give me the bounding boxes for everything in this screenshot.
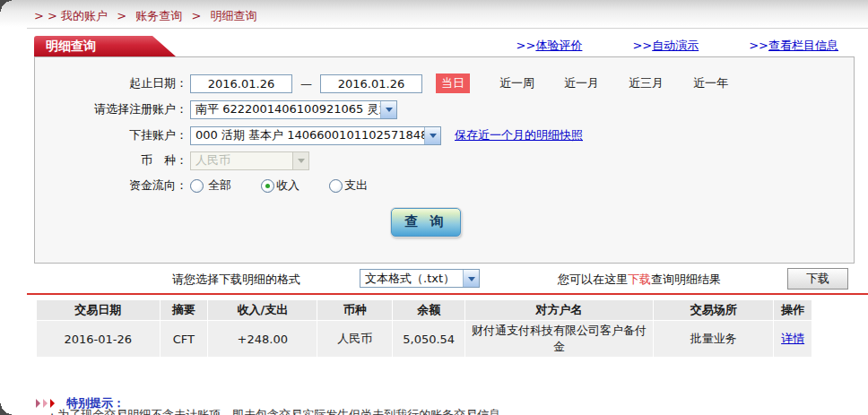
quick-range-week[interactable]: 近一周	[499, 75, 534, 91]
fund-flow-row: 资金流向： 全部 收入 支出	[35, 176, 854, 195]
breadcrumb-item-my-account[interactable]: 我的账户	[61, 9, 108, 22]
radio-icon[interactable]	[190, 179, 204, 193]
date-range-label: 起止日期：	[35, 75, 187, 91]
cell-balance: 5,050.54	[393, 321, 464, 357]
tab-detail-query[interactable]: 明细查询	[34, 36, 176, 56]
breadcrumb-separator: >	[191, 9, 201, 22]
cell-amount: +248.00	[208, 321, 317, 357]
radio-checked-icon[interactable]	[261, 179, 274, 193]
register-account-select[interactable]: 南平 6222001406100921065 灵通卡	[190, 100, 397, 119]
cell-venue: 批量业务	[654, 321, 773, 357]
start-date-input[interactable]	[190, 74, 292, 93]
col-header-summary: 摘要	[161, 300, 208, 320]
chevron-down-icon	[463, 270, 479, 287]
triangle-arrow-icon	[43, 399, 48, 408]
quick-range-year[interactable]: 近一年	[693, 75, 728, 91]
link-view-column-info[interactable]: >>查看栏目信息	[749, 38, 838, 54]
query-form-panel: 起止日期： — 当日 近一周 近一月 近三月 近一年 请选择注册账户： 南平 6…	[34, 56, 855, 264]
download-hint-highlight: 下载	[628, 272, 651, 286]
table-header-row: 交易日期 摘要 收入/支出 币种 余额 对方户名 交易场所 操作	[37, 300, 812, 320]
chevron-down-icon	[380, 101, 396, 118]
col-header-counterparty: 对方户名	[465, 300, 653, 320]
table-row: 2016-01-26 CFT +248.00 人民币 5,050.54 财付通支…	[37, 321, 812, 357]
col-header-amount: 收入/支出	[208, 300, 317, 320]
fund-flow-label: 资金流向：	[35, 177, 187, 194]
currency-row: 币 种： 人民币	[35, 151, 854, 170]
window-corner-bottom-left	[0, 403, 12, 415]
register-account-row: 请选择注册账户： 南平 6222001406100921065 灵通卡	[35, 99, 854, 119]
download-button[interactable]: 下载	[787, 268, 848, 290]
currency-select: 人民币	[190, 151, 309, 170]
breadcrumb-item-detail-query[interactable]: 明细查询	[210, 9, 256, 22]
currency-label: 币 种：	[35, 152, 187, 169]
cell-counterparty: 财付通支付科技有限公司客户备付金	[465, 321, 653, 357]
fund-flow-option-expense[interactable]: 支出	[329, 177, 368, 194]
window-corner-top-left	[0, 0, 12, 12]
col-header-date: 交易日期	[37, 300, 160, 320]
link-auto-demo[interactable]: >>自动演示	[632, 38, 699, 54]
breadcrumb-divider	[27, 28, 868, 29]
fund-flow-option-income[interactable]: 收入	[261, 177, 299, 194]
transaction-table: 交易日期 摘要 收入/支出 币种 余额 对方户名 交易场所 操作 2016-01…	[36, 299, 812, 358]
date-range-row: 起止日期： — 当日 近一周 近一月 近三月 近一年	[35, 73, 854, 93]
sub-account-label: 下挂账户：	[35, 127, 187, 143]
breadcrumb-prefix: > >	[34, 9, 57, 22]
col-header-venue: 交易场所	[654, 300, 773, 320]
quick-range-month[interactable]: 近一月	[564, 75, 599, 91]
detail-query-page: > > 我的账户 > 账务查询 > 明细查询 明细查询 >>体验评价 >>自动演…	[0, 0, 868, 415]
breadcrumb-separator: >	[117, 9, 126, 22]
register-account-label: 请选择注册账户：	[35, 101, 187, 117]
chevron-down-icon	[424, 127, 440, 144]
chevron-down-icon	[292, 152, 308, 169]
double-chevron-icon: >>	[749, 39, 768, 52]
save-snapshot-link[interactable]: 保存近一个月的明细快照	[455, 127, 583, 143]
col-header-action: 操作	[774, 300, 812, 320]
section-divider	[27, 293, 868, 295]
breadcrumb-item-account-query[interactable]: 账务查询	[135, 9, 182, 22]
link-experience-review[interactable]: >>体验评价	[516, 38, 583, 54]
download-format-select[interactable]: 文本格式（.txt）	[360, 269, 480, 288]
double-chevron-icon: >>	[632, 39, 652, 52]
double-chevron-icon: >>	[516, 39, 536, 52]
col-header-balance: 余额	[393, 300, 464, 320]
header-links: >>体验评价 >>自动演示 >>查看栏目信息	[516, 38, 838, 54]
cell-date: 2016-01-26	[37, 321, 160, 357]
download-hint: 您可以在这里下载查询明细结果	[558, 272, 721, 288]
quick-range-today[interactable]: 当日	[436, 73, 470, 93]
col-header-currency: 币种	[317, 300, 392, 320]
download-format-label: 请您选择下载明细的格式	[172, 272, 300, 288]
sub-account-row: 下挂账户： 000 活期 基本户 1406600101102571848 保存近…	[35, 125, 854, 145]
end-date-input[interactable]	[320, 74, 422, 93]
notice-text-truncated: · 为了现金交易明细不含未计账项，即未包含交易实际发生但尚未到我行的账务交易信息	[50, 407, 500, 415]
radio-icon[interactable]	[329, 179, 343, 193]
fund-flow-option-all[interactable]: 全部	[190, 177, 231, 194]
quick-range-quarter[interactable]: 近三月	[629, 75, 664, 91]
date-range-dash: —	[300, 77, 312, 91]
detail-link[interactable]: 详情	[781, 332, 804, 345]
sub-account-select[interactable]: 000 活期 基本户 1406600101102571848	[190, 126, 441, 145]
download-row: 请您选择下载明细的格式 文本格式（.txt） 您可以在这里下载查询明细结果 下载	[0, 265, 868, 292]
cell-currency: 人民币	[317, 321, 392, 357]
cell-summary: CFT	[161, 321, 208, 357]
breadcrumb: > > 我的账户 > 账务查询 > 明细查询	[34, 8, 256, 24]
triangle-arrow-icon	[36, 399, 40, 408]
query-button[interactable]: 查 询	[391, 208, 461, 237]
